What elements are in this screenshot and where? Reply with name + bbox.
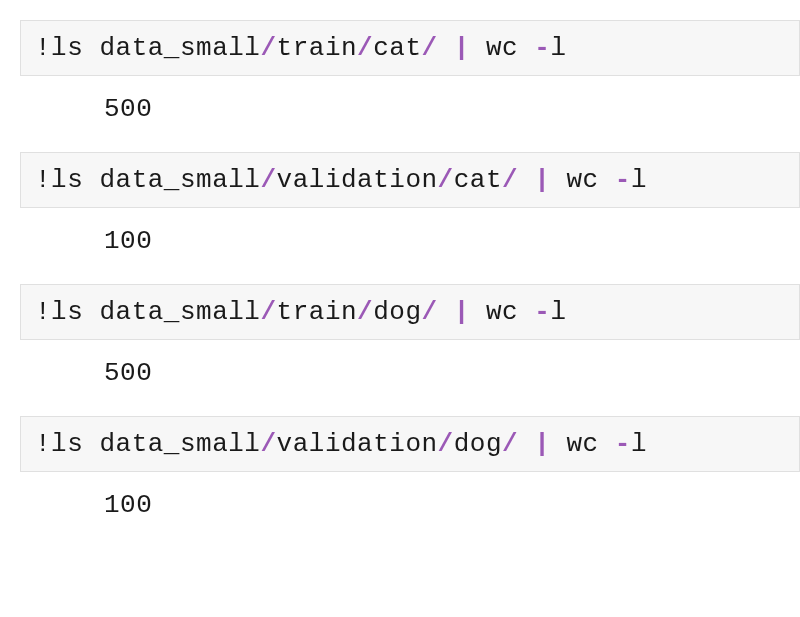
shell-bang: ! bbox=[35, 297, 51, 327]
path-separator: / bbox=[260, 429, 276, 459]
command-ls: ls bbox=[51, 165, 83, 195]
path-segment: data_small bbox=[99, 429, 260, 459]
pipe-operator: | bbox=[534, 165, 550, 195]
path-separator: / bbox=[260, 165, 276, 195]
code-output: 500 bbox=[20, 76, 800, 152]
shell-bang: ! bbox=[35, 165, 51, 195]
code-output: 100 bbox=[20, 472, 800, 548]
code-output: 500 bbox=[20, 340, 800, 416]
path-separator: / bbox=[438, 429, 454, 459]
path-separator: / bbox=[502, 429, 518, 459]
notebook-cell: !ls data_small/train/cat/ | wc -l 500 bbox=[20, 20, 800, 152]
flag-dash: - bbox=[534, 297, 550, 327]
path-segment: cat bbox=[373, 33, 421, 63]
pipe-operator: | bbox=[454, 297, 470, 327]
path-segment: dog bbox=[373, 297, 421, 327]
path-segment: train bbox=[277, 33, 358, 63]
command-ls: ls bbox=[51, 297, 83, 327]
command-wc: wc bbox=[486, 297, 518, 327]
path-separator: / bbox=[502, 165, 518, 195]
flag-dash: - bbox=[615, 165, 631, 195]
shell-bang: ! bbox=[35, 33, 51, 63]
path-separator: / bbox=[260, 33, 276, 63]
flag-letter: l bbox=[631, 429, 647, 459]
path-segment: validation bbox=[277, 429, 438, 459]
path-separator: / bbox=[357, 33, 373, 63]
path-segment: data_small bbox=[99, 297, 260, 327]
path-separator: / bbox=[422, 33, 438, 63]
command-ls: ls bbox=[51, 429, 83, 459]
shell-bang: ! bbox=[35, 429, 51, 459]
command-wc: wc bbox=[566, 165, 598, 195]
pipe-operator: | bbox=[454, 33, 470, 63]
code-input[interactable]: !ls data_small/validation/cat/ | wc -l bbox=[20, 152, 800, 208]
command-wc: wc bbox=[486, 33, 518, 63]
flag-dash: - bbox=[615, 429, 631, 459]
flag-letter: l bbox=[550, 297, 566, 327]
path-separator: / bbox=[357, 297, 373, 327]
path-segment: data_small bbox=[99, 33, 260, 63]
path-separator: / bbox=[260, 297, 276, 327]
command-wc: wc bbox=[566, 429, 598, 459]
path-segment: cat bbox=[454, 165, 502, 195]
path-segment: data_small bbox=[99, 165, 260, 195]
flag-dash: - bbox=[534, 33, 550, 63]
pipe-operator: | bbox=[534, 429, 550, 459]
code-input[interactable]: !ls data_small/train/cat/ | wc -l bbox=[20, 20, 800, 76]
code-output: 100 bbox=[20, 208, 800, 284]
flag-letter: l bbox=[550, 33, 566, 63]
path-separator: / bbox=[422, 297, 438, 327]
path-segment: train bbox=[277, 297, 358, 327]
command-ls: ls bbox=[51, 33, 83, 63]
path-segment: validation bbox=[277, 165, 438, 195]
notebook-cell: !ls data_small/validation/cat/ | wc -l 1… bbox=[20, 152, 800, 284]
path-segment: dog bbox=[454, 429, 502, 459]
flag-letter: l bbox=[631, 165, 647, 195]
path-separator: / bbox=[438, 165, 454, 195]
code-input[interactable]: !ls data_small/train/dog/ | wc -l bbox=[20, 284, 800, 340]
notebook-cell: !ls data_small/validation/dog/ | wc -l 1… bbox=[20, 416, 800, 548]
notebook-cell: !ls data_small/train/dog/ | wc -l 500 bbox=[20, 284, 800, 416]
code-input[interactable]: !ls data_small/validation/dog/ | wc -l bbox=[20, 416, 800, 472]
